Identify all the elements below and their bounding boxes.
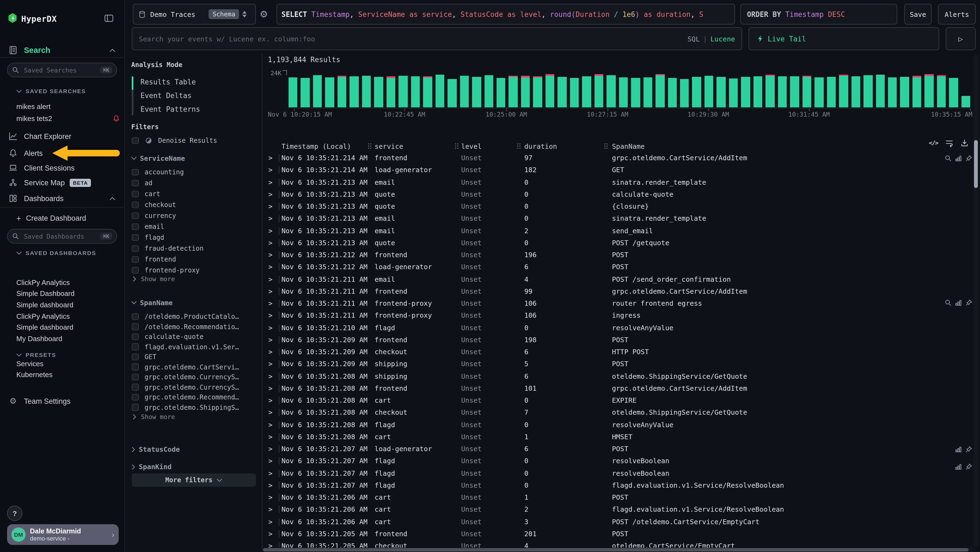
histogram-bar[interactable] bbox=[288, 77, 298, 107]
event-search-input[interactable] bbox=[132, 34, 687, 43]
table-row[interactable]: >Nov 6 10:35:21.206 AMcartUnset1POST bbox=[262, 491, 980, 504]
filter-checkbox[interactable] bbox=[132, 313, 138, 320]
histogram-bar[interactable] bbox=[594, 75, 603, 107]
servicename-filter-item[interactable]: cart bbox=[132, 190, 975, 198]
row-expand-chevron[interactable]: > bbox=[269, 298, 272, 310]
column-header-duration[interactable]: duration bbox=[524, 140, 557, 152]
presets-section[interactable]: PRESETS bbox=[16, 351, 56, 358]
saved-dashboard-item[interactable]: ClickPy Analytics bbox=[16, 277, 120, 288]
vertical-scrollbar[interactable] bbox=[974, 54, 978, 547]
histogram-bar[interactable] bbox=[729, 78, 738, 107]
histogram-bar[interactable] bbox=[766, 76, 775, 107]
spanname-filter-item[interactable]: /oteldemo.ProductCatalo… bbox=[132, 312, 975, 321]
table-row[interactable]: >Nov 6 10:35:21.214 AMfrontendUnset97grp… bbox=[262, 152, 980, 164]
filter-checkbox[interactable] bbox=[132, 354, 138, 361]
row-expand-chevron[interactable]: > bbox=[269, 467, 272, 480]
lucene-mode-option[interactable]: Lucene bbox=[711, 35, 735, 43]
spanname-filter-item[interactable]: flagd.evaluation.v1.Ser… bbox=[132, 343, 975, 351]
histogram-bar[interactable] bbox=[864, 75, 872, 107]
chevron-up-icon[interactable] bbox=[110, 196, 115, 200]
table-row[interactable]: >Nov 6 10:35:21.205 AMcheckoutUnset4otel… bbox=[262, 540, 980, 548]
preset-dashboard-item[interactable]: Kubernetes bbox=[16, 369, 120, 380]
histogram-bar[interactable] bbox=[521, 77, 530, 107]
column-resize-handle[interactable] bbox=[455, 143, 459, 149]
filter-checkbox[interactable] bbox=[132, 256, 138, 263]
histogram-bar[interactable] bbox=[447, 79, 457, 107]
horizontal-scrollbar-thumb[interactable] bbox=[263, 548, 969, 551]
histogram-bar[interactable] bbox=[350, 76, 359, 107]
histogram-bar[interactable] bbox=[900, 77, 909, 107]
saved-search-item[interactable]: mikes alert bbox=[16, 100, 120, 113]
sidebar-item-dashboards[interactable]: Dashboards bbox=[0, 191, 124, 206]
filter-checkbox[interactable] bbox=[132, 180, 138, 187]
histogram-bar[interactable] bbox=[509, 77, 518, 107]
histogram-bar[interactable] bbox=[337, 77, 347, 107]
filter-checkbox[interactable] bbox=[132, 364, 138, 370]
servicename-show-more[interactable]: Show more bbox=[132, 275, 175, 283]
servicename-filter-item[interactable]: fraud-detection bbox=[132, 244, 975, 253]
spanname-filter-item[interactable]: grpc.oteldemo.ShippingS… bbox=[132, 403, 975, 412]
column-resize-handle[interactable] bbox=[517, 143, 521, 149]
spanname-filter-item[interactable]: grpc.oteldemo.CurrencyS… bbox=[132, 383, 975, 391]
filter-checkbox[interactable] bbox=[132, 384, 138, 391]
more-filters-button[interactable]: More filters bbox=[132, 474, 256, 487]
save-button[interactable]: Save bbox=[904, 4, 932, 24]
histogram-bar[interactable] bbox=[496, 78, 506, 107]
sidebar-item-alerts[interactable]: Alerts bbox=[0, 146, 124, 160]
histogram-bar[interactable] bbox=[619, 77, 628, 107]
row-expand-chevron[interactable]: > bbox=[269, 273, 272, 286]
saved-searches-section[interactable]: SAVED SEARCHES bbox=[16, 88, 86, 94]
row-expand-chevron[interactable]: > bbox=[269, 528, 272, 540]
histogram-bar[interactable] bbox=[802, 77, 811, 107]
servicename-filter-item[interactable]: frontend bbox=[132, 255, 975, 264]
histogram-bar[interactable] bbox=[313, 75, 322, 107]
order-by-editor[interactable]: ORDER BY Timestamp DESC bbox=[740, 4, 897, 24]
histogram-bar[interactable] bbox=[301, 78, 310, 107]
histogram-bar[interactable] bbox=[362, 76, 371, 107]
chevron-up-icon[interactable] bbox=[110, 48, 115, 52]
mode-event-patterns[interactable]: Event Patterns bbox=[140, 105, 200, 113]
spanname-filter-item[interactable]: grpc.oteldemo.Recommend… bbox=[132, 393, 975, 402]
table-row[interactable]: >Nov 6 10:35:21.207 AMflagdUnset0resolve… bbox=[262, 467, 980, 480]
results-histogram[interactable] bbox=[288, 75, 970, 107]
histogram-bar[interactable] bbox=[655, 75, 665, 107]
alerts-button[interactable]: Alerts bbox=[938, 4, 976, 24]
histogram-bar[interactable] bbox=[533, 77, 542, 107]
column-header-timestamp[interactable]: Timestamp (Local) bbox=[282, 140, 351, 152]
sidebar-item-chart-explorer[interactable]: Chart Explorer bbox=[0, 129, 124, 143]
table-row[interactable]: >Nov 6 10:35:21.211 AMfrontend-proxyUnse… bbox=[262, 298, 980, 310]
denoise-checkbox[interactable] bbox=[132, 137, 138, 144]
histogram-bar[interactable] bbox=[472, 77, 481, 107]
histogram-bar[interactable] bbox=[851, 76, 860, 107]
filter-checkbox[interactable] bbox=[132, 202, 138, 209]
filter-checkbox[interactable] bbox=[132, 245, 138, 252]
histogram-bar[interactable] bbox=[631, 78, 640, 107]
histogram-bar[interactable] bbox=[423, 77, 432, 107]
table-row[interactable]: >Nov 6 10:35:21.208 AMflagdUnset0resolve… bbox=[262, 419, 980, 431]
saved-dashboards-input[interactable] bbox=[23, 232, 100, 241]
sql-mode-option[interactable]: SQL bbox=[687, 35, 700, 43]
spanname-filter-item[interactable]: calculate-quote bbox=[132, 332, 975, 341]
histogram-bar[interactable] bbox=[961, 96, 970, 107]
saved-dashboards-section[interactable]: SAVED DASHBOARDS bbox=[16, 250, 96, 256]
filter-checkbox[interactable] bbox=[132, 394, 138, 401]
servicename-filter-item[interactable]: accounting bbox=[132, 168, 975, 177]
sidebar-item-search[interactable]: Search bbox=[0, 43, 124, 57]
sql-select-editor[interactable]: SELECT Timestamp, ServiceName as service… bbox=[277, 4, 735, 24]
histogram-bar[interactable] bbox=[680, 79, 689, 107]
table-row[interactable]: >Nov 6 10:35:21.211 AMfrontendUnset99grp… bbox=[262, 286, 980, 298]
query-language-toggle[interactable]: SQL|Lucene bbox=[687, 35, 741, 43]
filter-checkbox[interactable] bbox=[132, 333, 138, 340]
histogram-bar[interactable] bbox=[937, 76, 946, 107]
histogram-bar[interactable] bbox=[460, 76, 469, 107]
servicename-filter-item[interactable]: frontend-proxy bbox=[132, 266, 975, 274]
preset-dashboard-item[interactable]: Services bbox=[16, 358, 120, 369]
event-search-bar[interactable]: SQL|Lucene bbox=[132, 27, 742, 50]
table-row[interactable]: >Nov 6 10:35:21.207 AMload-generatorUnse… bbox=[262, 443, 980, 455]
histogram-bar[interactable] bbox=[876, 75, 885, 107]
servicename-filter-item[interactable]: ad bbox=[132, 179, 975, 187]
row-expand-chevron[interactable]: > bbox=[269, 286, 272, 298]
spanname-show-more[interactable]: Show more bbox=[132, 413, 175, 421]
filter-checkbox[interactable] bbox=[132, 191, 138, 198]
table-row[interactable]: >Nov 6 10:35:21.207 AMflagdUnset0flagd.e… bbox=[262, 480, 980, 492]
